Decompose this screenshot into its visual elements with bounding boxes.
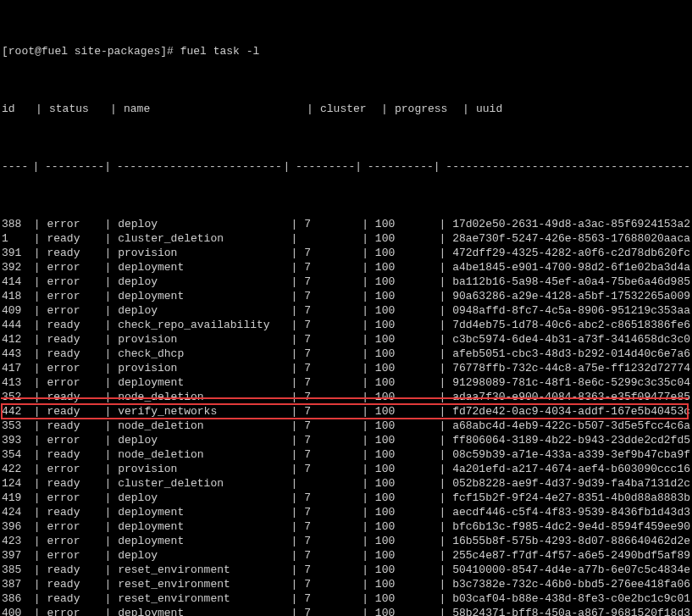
cell-id: 422 [2, 462, 34, 476]
cell-uuid: aecdf446-c5f4-4f83-9539-8436fb1d43d3 [452, 505, 690, 519]
cell-progress: 100 [375, 519, 440, 534]
col-sep: | [34, 505, 47, 519]
cell-status: ready [47, 447, 104, 462]
cell-status: error [47, 534, 104, 548]
col-sep: | [362, 606, 375, 616]
cell-id: 386 [2, 591, 34, 606]
col-sep: | [34, 347, 47, 361]
col-sep: | [291, 289, 305, 303]
col-sep: | [34, 390, 47, 404]
col-sep: | [362, 519, 375, 534]
col-cluster: cluster [320, 102, 381, 116]
col-sep: | [440, 318, 453, 332]
cell-name: check_repo_availability [118, 318, 291, 332]
cell-status: error [47, 260, 104, 275]
cell-status: error [47, 217, 104, 231]
col-sep: | [105, 361, 119, 375]
cell-uuid: 58b24371-bff8-450a-a867-9681520f18d3 [452, 606, 690, 616]
col-sep: | [440, 433, 453, 447]
cell-name: deployment [118, 519, 291, 534]
cell-status: error [47, 548, 104, 563]
col-sep: | [34, 275, 47, 289]
col-sep: | [462, 102, 476, 116]
table-row: 417| error| provision| 7| 100| 76778ffb-… [2, 361, 690, 375]
col-sep: | [362, 462, 375, 476]
col-sep: | [291, 577, 305, 591]
col-sep: | [34, 404, 47, 419]
col-sep: | [362, 260, 375, 275]
col-sep: | [105, 390, 119, 404]
table-row: 442| ready| verify_networks| 7| 100| fd7… [2, 404, 690, 419]
cell-status: error [47, 491, 104, 505]
col-name: name [124, 102, 307, 116]
cell-id: 124 [2, 476, 34, 491]
col-sep: | [362, 347, 375, 361]
cell-progress: 100 [375, 447, 440, 462]
col-sep: | [105, 433, 119, 447]
cell-id: 393 [2, 433, 34, 447]
cell-id: 397 [2, 548, 34, 563]
cell-name: deploy [118, 491, 291, 505]
cell-status: ready [47, 390, 104, 404]
col-sep: | [110, 102, 124, 116]
col-sep: | [440, 462, 453, 476]
cell-uuid: 052b8228-ae9f-4d37-9d39-fa4ba7131d2c [452, 476, 690, 491]
cell-cluster: 7 [304, 534, 362, 548]
col-sep: | [440, 390, 453, 404]
cell-cluster: 7 [304, 289, 362, 303]
col-sep: | [362, 303, 375, 318]
cell-name: deployment [118, 534, 291, 548]
cell-uuid: 0948affd-8fc7-4c5a-8906-951219c353aa [452, 303, 690, 318]
cell-uuid: 472dff29-4325-4282-a0f6-c2d78db620fc [452, 246, 690, 260]
cell-id: 417 [2, 361, 34, 375]
cell-cluster: 7 [304, 361, 362, 375]
table-row: 423| error| deployment| 7| 100| 16b55b8f… [2, 534, 690, 548]
col-sep: | [440, 548, 453, 563]
cell-id: 419 [2, 491, 34, 505]
cell-status: ready [47, 419, 104, 433]
cell-progress: 100 [375, 534, 440, 548]
cell-progress: 100 [375, 260, 440, 275]
col-sep: | [362, 318, 375, 332]
table-row: 352| ready| node_deletion| 7| 100| adaa7… [2, 390, 690, 404]
col-status: status [49, 102, 110, 116]
col-sep: | [440, 534, 453, 548]
col-sep: | [362, 217, 375, 231]
cell-status: error [47, 606, 104, 616]
cell-cluster: 7 [304, 462, 362, 476]
prompt-command: fuel task -l [180, 44, 260, 58]
col-sep: | [440, 447, 453, 462]
prompt-user-host: [root@fuel site-packages]# [2, 44, 174, 58]
cell-progress: 100 [375, 318, 440, 332]
cell-cluster: 7 [304, 303, 362, 318]
cell-name: deployment [118, 606, 291, 616]
cell-cluster: 7 [304, 347, 362, 361]
cell-id: 409 [2, 303, 34, 318]
cell-uuid: fd72de42-0ac9-4034-addf-167e5b40453c [452, 404, 690, 419]
table-row: 443| ready| check_dhcp| 7| 100| afeb5051… [2, 347, 690, 361]
col-sep: | [440, 419, 453, 433]
cell-cluster: 7 [304, 390, 362, 404]
terminal[interactable]: [root@fuel site-packages]# fuel task -l … [0, 0, 692, 616]
cell-id: 392 [2, 260, 34, 275]
col-sep: | [440, 217, 453, 231]
col-sep: | [362, 476, 375, 491]
cell-progress: 100 [375, 289, 440, 303]
cell-status: ready [47, 347, 104, 361]
cell-uuid: adaa7f30-e900-4084-8363-e35f09477e85 [452, 390, 690, 404]
cell-uuid: 255c4e87-f7df-4f57-a6e5-2490bdf5af89 [452, 548, 690, 563]
cell-id: 423 [2, 534, 34, 548]
cell-uuid: 4a201efd-a217-4674-aef4-b603090ccc16 [452, 462, 690, 476]
col-sep: | [291, 548, 305, 563]
cell-cluster: 7 [304, 375, 362, 390]
cell-cluster: 7 [304, 505, 362, 519]
col-sep: | [34, 591, 47, 606]
col-sep: | [105, 476, 119, 491]
cell-progress: 100 [375, 505, 440, 519]
col-sep: | [362, 361, 375, 375]
cell-status: ready [47, 231, 104, 246]
cell-uuid: 91298089-781c-48f1-8e6c-5299c3c35c04 [452, 375, 690, 390]
col-sep: | [34, 563, 47, 577]
cell-name: provision [118, 246, 291, 260]
col-id: id [2, 102, 36, 116]
